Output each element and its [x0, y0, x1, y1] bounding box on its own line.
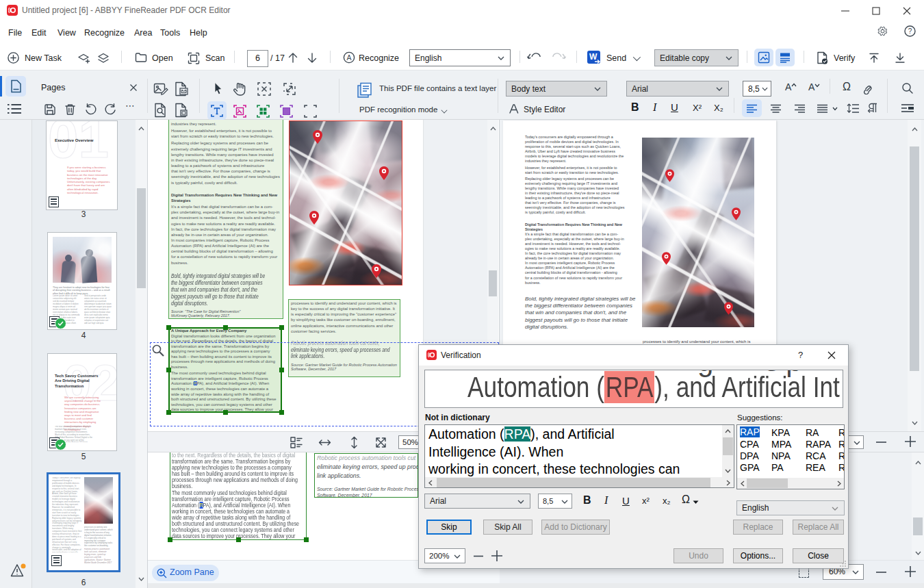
- svg-text:A: A: [346, 53, 351, 62]
- svg-text:?: ?: [908, 27, 912, 35]
